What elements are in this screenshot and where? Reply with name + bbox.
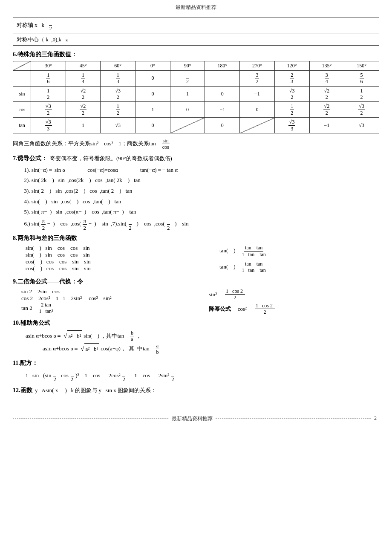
symmetry-axis-cell: 对称轴 x k 2 bbox=[13, 17, 143, 34]
col-45: 45° bbox=[66, 61, 101, 70]
empty-cell-1 bbox=[143, 17, 261, 34]
formula7-3: 3). sin( 2 ) sin ,cos(2 ) cos ,tan( 2 ) … bbox=[21, 186, 379, 197]
col-135: 135° bbox=[309, 61, 344, 70]
tan-label: tan bbox=[13, 118, 31, 133]
section12-title: 12.函数 bbox=[13, 387, 32, 393]
col-180: 180° bbox=[205, 61, 240, 70]
col-120: 120° bbox=[274, 61, 309, 70]
double-angle-right: sin² 1 cos 2 2 降幂公式 cos² 1 cos 2 2 bbox=[200, 288, 379, 315]
col-60: 60° bbox=[101, 61, 135, 70]
double-angle-left: sin 2 2sin cos cos 2 2cos² 1 1 2sin² cos… bbox=[21, 288, 200, 315]
cos-label: cos bbox=[13, 102, 31, 118]
section7-subtitle: 奇变偶不变，符号看象限。(90°的奇数或者偶数倍) bbox=[49, 155, 172, 162]
col-150: 150° bbox=[344, 61, 379, 70]
footer-text: 最新精品资料推荐 bbox=[169, 416, 215, 422]
formula7-5: 5). sin( π− ) sin ,cos(π− ) cos ,tan( π−… bbox=[21, 207, 379, 217]
aux-formula-2: asin α+bcos α＝ √ a² b² cos(a−φ)， 其 中tan … bbox=[43, 342, 379, 355]
col-30: 30° bbox=[31, 61, 66, 70]
footer-spacer bbox=[13, 407, 379, 414]
section11-title: 11.配方： bbox=[13, 359, 379, 367]
fraction-pi-2: 2 bbox=[49, 19, 53, 32]
formula7-2: 2). sin( 2k ) sin ,cos(2k ) cos ,tan( 2k… bbox=[21, 175, 379, 186]
aux-angle-formulas: asin α+bcos α＝ √ a² b² sin( ) ，其中tan ba … bbox=[26, 330, 379, 355]
section12-block: 12.函数 y Asin( x ) k 的图象与 y sin x 图象间的关系： bbox=[13, 387, 379, 394]
row-empty bbox=[13, 70, 31, 86]
section7-block: 7.诱导公式： 奇变偶不变，符号看象限。(90°的奇数或者偶数倍) bbox=[13, 155, 379, 162]
col-0: 0° bbox=[135, 61, 170, 70]
empty-cell-3 bbox=[143, 34, 261, 45]
col-270: 270° bbox=[240, 61, 275, 70]
double-angle-block: sin 2 2sin cos cos 2 2cos² 1 1 2sin² cos… bbox=[21, 288, 379, 315]
sum-diff-right: tan( ) tan tan1 tan tan tan( ) tan tan1 … bbox=[207, 245, 379, 274]
section12-content: y Asin( x ) k 的图象与 y sin x 图象间的关系： bbox=[34, 387, 156, 393]
section10-title: 10.辅助角公式 bbox=[13, 319, 379, 327]
trig-values-table: 30° 45° 60° 0° 90° 180° 270° 120° 135° 1… bbox=[13, 61, 379, 133]
completing-square: 1 sin (sin 2 cos 2 )² 1 cos 2cos² 2 1 co… bbox=[21, 370, 379, 382]
empty-cell-2 bbox=[261, 17, 379, 34]
identity-line: 同角三角函数的关系：平方关系sin² cos² 1；商数关系tan sin co… bbox=[13, 138, 379, 150]
formula7-1: 1). sin(−α)＝ sin α cos(−α)=cosα tan(−α)＝… bbox=[21, 165, 379, 176]
section9-title: 9.二倍角公式——代换：令 bbox=[13, 278, 379, 286]
formula7-4: 4). sin( ) sin ,cos( ) cos ,tan( ) tan bbox=[21, 197, 379, 207]
footer-banner: 最新精品资料推荐 2 bbox=[13, 418, 379, 426]
section6-title: 6.特殊角的三角函数值： bbox=[13, 51, 379, 58]
empty-cell-4 bbox=[261, 34, 379, 45]
sum-diff-left: sin( ) sin cos cos sin sin( ) sin cos co… bbox=[26, 245, 198, 274]
sin-over-cos: sin cos bbox=[161, 138, 170, 150]
aux-formula-1: asin α+bcos α＝ √ a² b² sin( ) ，其中tan ba … bbox=[26, 330, 379, 342]
header-banner: 最新精品资料推荐 bbox=[13, 7, 379, 14]
header-text: 最新精品资料推荐 bbox=[173, 4, 219, 10]
symmetry-table: 对称轴 x k 2 对称中心（ k ,0),k z bbox=[13, 17, 379, 46]
sum-diff-grid: sin( ) sin cos cos sin sin( ) sin cos co… bbox=[26, 245, 379, 274]
symmetry-center-cell: 对称中心（ k ,0),k z bbox=[13, 34, 143, 45]
sin-label: sin bbox=[13, 86, 31, 102]
section8-title: 8.两角和与差的三角函数 bbox=[13, 234, 379, 242]
induction-formulas: 1). sin(−α)＝ sin α cos(−α)=cosα tan(−α)＝… bbox=[21, 165, 379, 231]
section7-title: 7.诱导公式： bbox=[13, 155, 47, 162]
sum-diff-formulas: sin( ) sin cos cos sin sin( ) sin cos co… bbox=[21, 245, 379, 274]
col-90: 90° bbox=[170, 61, 205, 70]
formula7-6: 6.) sin( π2 − ) cos ,cos( π2 − ) sin ,7)… bbox=[21, 217, 379, 231]
page-number: 2 bbox=[372, 415, 379, 422]
